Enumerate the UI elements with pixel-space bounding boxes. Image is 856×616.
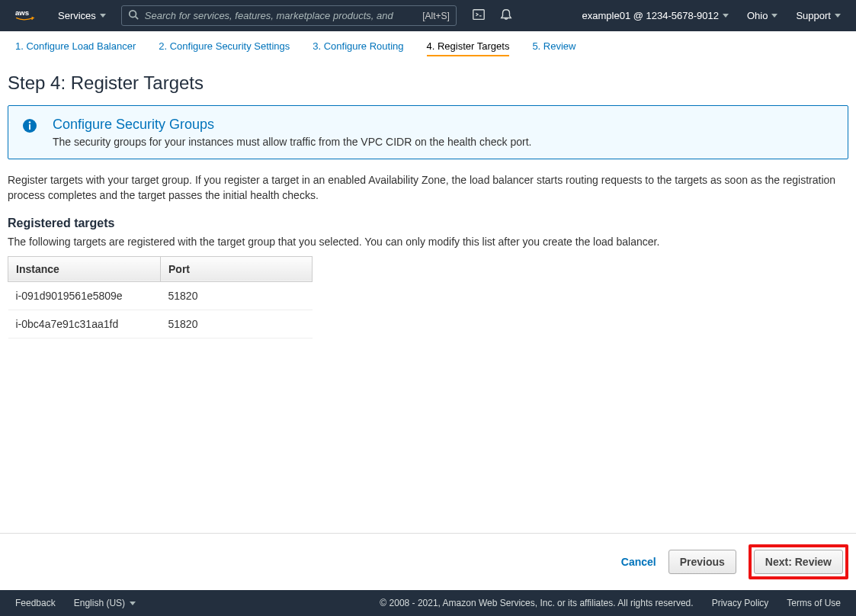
language-label: English (US) bbox=[74, 598, 125, 608]
cancel-button[interactable]: Cancel bbox=[621, 556, 656, 568]
targets-table: Instance Port i-091d9019561e5809e 51820 … bbox=[8, 256, 313, 338]
caret-down-icon bbox=[723, 14, 729, 18]
wizard-tabs: 1. Configure Load Balancer 2. Configure … bbox=[0, 31, 856, 57]
terms-link[interactable]: Terms of Use bbox=[787, 598, 841, 608]
account-label: example01 @ 1234-5678-9012 bbox=[582, 10, 719, 21]
info-title: Configure Security Groups bbox=[53, 117, 531, 133]
search-box[interactable]: [Alt+S] bbox=[121, 5, 457, 26]
cell-instance: i-0bc4a7e91c31aa1fd bbox=[8, 310, 161, 338]
page-title: Step 4: Register Targets bbox=[8, 72, 848, 94]
registered-targets-desc: The following targets are registered wit… bbox=[8, 235, 848, 250]
feedback-link[interactable]: Feedback bbox=[15, 598, 56, 608]
caret-down-icon bbox=[130, 602, 136, 605]
region-menu[interactable]: Ohio bbox=[747, 10, 777, 21]
cell-port: 51820 bbox=[161, 281, 313, 310]
intro-text: Register targets with your target group.… bbox=[8, 173, 848, 203]
next-review-button[interactable]: Next: Review bbox=[754, 550, 843, 574]
services-label: Services bbox=[58, 10, 96, 21]
registered-targets-heading: Registered targets bbox=[8, 217, 848, 230]
svg-rect-5 bbox=[29, 124, 30, 130]
wizard-tab-1[interactable]: 1. Configure Load Balancer bbox=[15, 37, 136, 56]
caret-down-icon bbox=[771, 14, 777, 18]
top-nav: aws Services [Alt+S] example01 @ 1234-56… bbox=[0, 0, 856, 31]
language-selector[interactable]: English (US) bbox=[74, 598, 136, 608]
wizard-tab-2[interactable]: 2. Configure Security Settings bbox=[159, 37, 290, 56]
info-description: The security groups for your instances m… bbox=[53, 136, 531, 148]
th-instance[interactable]: Instance bbox=[8, 256, 161, 281]
svg-point-1 bbox=[130, 11, 136, 18]
previous-button[interactable]: Previous bbox=[668, 550, 736, 574]
button-row: Cancel Previous Next: Review bbox=[0, 533, 856, 590]
wizard-tab-3[interactable]: 3. Configure Routing bbox=[313, 37, 403, 56]
svg-line-2 bbox=[135, 17, 138, 20]
cell-instance: i-091d9019561e5809e bbox=[8, 281, 161, 310]
notifications-icon[interactable] bbox=[499, 8, 513, 24]
cell-port: 51820 bbox=[161, 310, 313, 338]
search-shortcut: [Alt+S] bbox=[422, 11, 450, 21]
support-menu[interactable]: Support bbox=[796, 10, 841, 21]
aws-logo[interactable]: aws bbox=[15, 8, 43, 24]
wizard-tab-5[interactable]: 5. Review bbox=[532, 37, 575, 56]
services-menu[interactable]: Services bbox=[58, 10, 106, 21]
privacy-link[interactable]: Privacy Policy bbox=[712, 598, 769, 608]
account-menu[interactable]: example01 @ 1234-5678-9012 bbox=[582, 10, 729, 21]
highlight-box: Next: Review bbox=[749, 544, 848, 579]
svg-point-6 bbox=[29, 121, 31, 124]
caret-down-icon bbox=[100, 14, 106, 18]
cloudshell-icon[interactable] bbox=[472, 8, 486, 24]
copyright-text: © 2008 - 2021, Amazon Web Services, Inc.… bbox=[380, 598, 693, 608]
wizard-tab-4[interactable]: 4. Register Targets bbox=[427, 37, 510, 56]
table-row[interactable]: i-091d9019561e5809e 51820 bbox=[8, 281, 313, 310]
support-label: Support bbox=[796, 10, 831, 21]
search-icon bbox=[128, 9, 139, 22]
info-box: Configure Security Groups The security g… bbox=[8, 105, 848, 159]
caret-down-icon bbox=[835, 14, 841, 18]
search-input[interactable] bbox=[145, 10, 416, 21]
region-label: Ohio bbox=[747, 10, 768, 21]
content-area: Step 4: Register Targets Configure Secur… bbox=[0, 57, 856, 533]
table-row[interactable]: i-0bc4a7e91c31aa1fd 51820 bbox=[8, 310, 313, 338]
info-icon bbox=[22, 118, 37, 148]
page-footer: Feedback English (US) © 2008 - 2021, Ama… bbox=[0, 590, 856, 616]
th-port[interactable]: Port bbox=[161, 256, 313, 281]
svg-text:aws: aws bbox=[15, 8, 29, 16]
